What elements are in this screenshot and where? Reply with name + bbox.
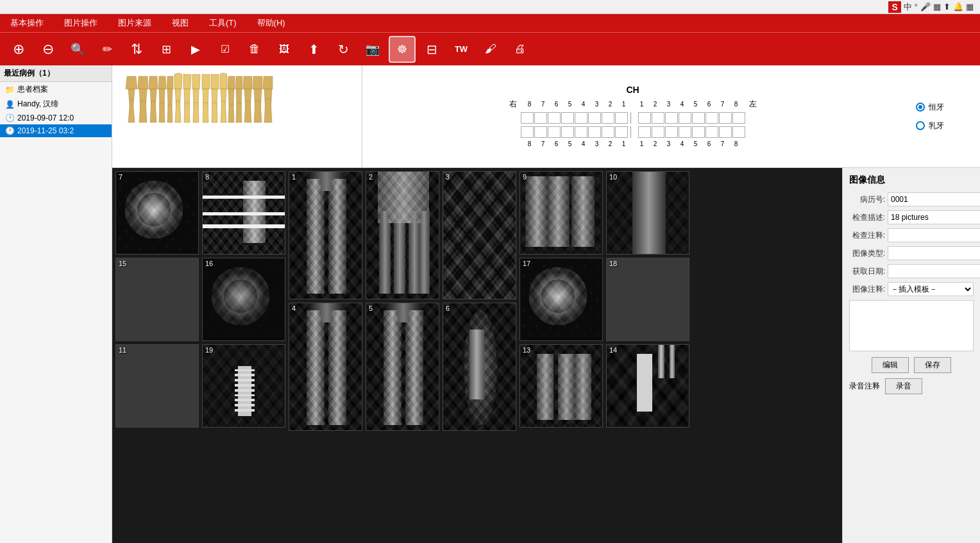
exam-desc-row: 检查描述: — [849, 210, 974, 224]
s-icon: S — [888, 1, 900, 13]
image-19[interactable]: 19 — [202, 344, 285, 428]
save-info-button[interactable]: 保存 — [914, 357, 951, 373]
teeth-svg — [119, 70, 356, 163]
image-2[interactable]: 2 — [366, 171, 439, 299]
image-13[interactable]: 13 — [520, 344, 603, 428]
sidebar: 最近病例（1） 📁 患者档案 👤 Handy, 汉缔 🕐 2019-09-07 … — [0, 65, 112, 543]
image-10-label: 10 — [609, 173, 617, 181]
menu-view[interactable]: 视图 — [168, 16, 192, 30]
acquire-date-input[interactable] — [888, 264, 980, 278]
case-number-input[interactable] — [888, 192, 980, 206]
add-button[interactable]: ⊕ — [5, 36, 32, 63]
clock-icon-1: 🕐 — [5, 113, 15, 122]
sidebar-item-patient-records[interactable]: 📁 患者档案 — [0, 82, 112, 97]
trash-button[interactable]: 🗑 — [241, 36, 268, 63]
notes-textarea[interactable] — [849, 300, 974, 351]
sort-button[interactable]: ⇅ — [123, 36, 150, 63]
exam-desc-input[interactable] — [888, 210, 980, 224]
dot-icon: ° — [915, 2, 918, 12]
content-area: CH 右 8 7 6 5 4 3 2 1 — [112, 65, 980, 543]
grid-view-button[interactable]: ⊞ — [153, 36, 180, 63]
edit-pen-button[interactable]: ✏ — [94, 36, 121, 63]
image-11[interactable]: 11 — [115, 344, 199, 428]
upload-sys-icon[interactable]: ⬆ — [943, 2, 950, 12]
image-9[interactable]: 9 — [520, 171, 603, 255]
camera-button[interactable]: 📷 — [359, 36, 386, 63]
print-button[interactable]: 🖨 — [507, 36, 534, 63]
grid2-icon: ▦ — [966, 2, 974, 12]
sidebar-item-date1[interactable]: 🕐 2019-09-07 12:0 — [0, 112, 112, 124]
tw-button[interactable]: TW — [448, 36, 475, 63]
record-button[interactable]: 录音 — [885, 378, 922, 394]
image-note-select[interactable]: －插入模板－ — [888, 282, 974, 296]
menu-help[interactable]: 帮助(H) — [253, 16, 289, 30]
clock-icon-2: 🕐 — [5, 126, 15, 135]
image-3-label: 3 — [446, 173, 450, 181]
chart-label: CH — [372, 85, 893, 95]
recording-label: 录音注释 — [849, 381, 880, 392]
deciduous-teeth-radio[interactable] — [916, 121, 925, 130]
left-label: 左 — [743, 99, 757, 110]
image-4-canvas — [289, 303, 362, 431]
image-18[interactable]: 18 — [606, 258, 689, 341]
play-button[interactable]: ▶ — [182, 36, 209, 63]
special1-button[interactable]: ☸ — [389, 36, 416, 63]
menu-image-source[interactable]: 图片来源 — [114, 16, 155, 30]
image-1[interactable]: 1 — [289, 171, 362, 299]
ime-icon[interactable]: 中 — [904, 1, 912, 13]
image-type-row: 图像类型: — [849, 246, 974, 260]
case-number-row: 病历号: — [849, 192, 974, 206]
image-13-label: 13 — [523, 346, 530, 354]
exam-desc-label: 检查描述: — [849, 212, 885, 223]
permanent-teeth-label: 恒牙 — [929, 102, 944, 113]
import-image-button[interactable]: 🖼 — [271, 36, 298, 63]
sidebar-item-date2[interactable]: 🕐 2019-11-25 03:2 — [0, 124, 112, 137]
image-3[interactable]: 3 — [443, 171, 516, 299]
delete-button[interactable]: ⊖ — [35, 36, 62, 63]
image-8[interactable]: 8 — [202, 171, 285, 255]
toolbar: ⊕ ⊖ 🔍 ✏ ⇅ ⊞ ▶ ☑ 🗑 🖼 ⬆ ↻ 📷 ☸ ⊟ TW 🖌 🖨 — [0, 32, 980, 65]
image-10-canvas — [607, 172, 689, 255]
permanent-teeth-radio[interactable] — [916, 103, 925, 112]
patient-records-label: 患者档案 — [17, 84, 48, 95]
image-14[interactable]: 14 — [606, 344, 689, 428]
annotate-button[interactable]: ☑ — [212, 36, 239, 63]
image-type-label: 图像类型: — [849, 248, 885, 259]
image-10[interactable]: 10 — [606, 171, 689, 255]
image-7[interactable]: 7 — [115, 171, 199, 255]
image-18-label: 18 — [609, 260, 617, 267]
image-4[interactable]: 4 — [289, 303, 362, 431]
image-6[interactable]: 6 — [443, 303, 516, 431]
image-16[interactable]: 16 — [202, 258, 285, 341]
image-14-label: 14 — [609, 346, 617, 354]
exam-note-input[interactable] — [888, 228, 980, 242]
info-panel-title: 图像信息 — [849, 174, 974, 186]
edit-info-button[interactable]: 编辑 — [872, 357, 909, 373]
menu-basic[interactable]: 基本操作 — [6, 16, 47, 30]
rotate-button[interactable]: ↻ — [330, 36, 357, 63]
image-17-canvas — [520, 258, 603, 341]
image-15[interactable]: 15 — [115, 258, 199, 341]
menu-tools[interactable]: 工具(T) — [205, 16, 241, 30]
permanent-teeth-option[interactable]: 恒牙 — [916, 102, 967, 113]
mic-icon[interactable]: 🎤 — [920, 2, 931, 12]
image-gallery[interactable]: 7 8 1 2 3 — [112, 168, 842, 543]
image-5[interactable]: 5 — [366, 303, 439, 431]
export-button[interactable]: ⬆ — [300, 36, 327, 63]
exam-note-row: 检查注释: — [849, 228, 974, 242]
image-note-row: 图像注释: －插入模板－ — [849, 282, 974, 296]
patient-icon: 👤 — [5, 100, 15, 109]
deciduous-teeth-option[interactable]: 乳牙 — [916, 121, 967, 131]
image-8-label: 8 — [205, 173, 209, 181]
image-type-input[interactable] — [888, 246, 980, 260]
system-bar: S 中 ° 🎤 ▦ ⬆ 🔔 ▦ — [0, 0, 980, 14]
brush-button[interactable]: 🖌 — [477, 36, 504, 63]
dental-chart: CH 右 8 7 6 5 4 3 2 1 — [112, 65, 980, 168]
chart-number-grid: CH 右 8 7 6 5 4 3 2 1 — [362, 65, 903, 167]
bell-icon: 🔔 — [953, 2, 963, 12]
zoom-button[interactable]: 🔍 — [64, 36, 91, 63]
sidebar-item-patient[interactable]: 👤 Handy, 汉缔 — [0, 97, 112, 112]
image-17[interactable]: 17 — [520, 258, 603, 341]
menu-image-ops[interactable]: 图片操作 — [60, 16, 101, 30]
special2-button[interactable]: ⊟ — [418, 36, 445, 63]
